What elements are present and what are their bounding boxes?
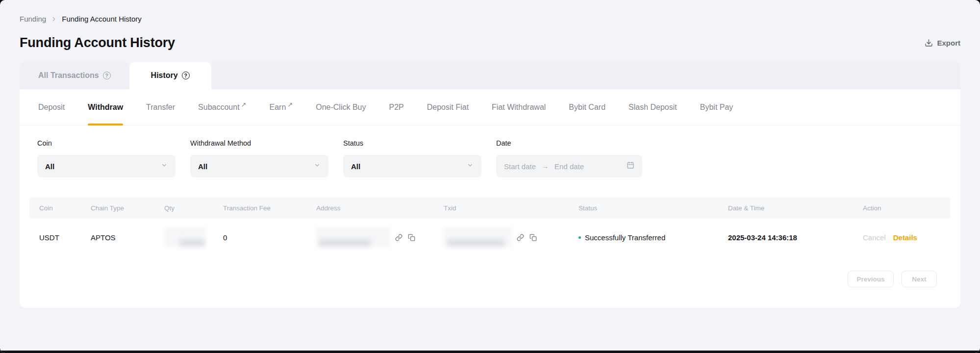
status-select-value: All xyxy=(351,162,360,171)
pagination: Previous Next xyxy=(20,271,937,287)
download-icon xyxy=(925,39,933,47)
subtab-deposit[interactable]: Deposit xyxy=(38,89,65,125)
breadcrumb-current: Funding Account History xyxy=(62,15,142,23)
status-text: Successfully Transferred xyxy=(585,233,665,242)
coin-select[interactable]: All xyxy=(37,155,176,177)
txid-explorer-link-icon[interactable] xyxy=(517,234,524,241)
address-explorer-link-icon[interactable] xyxy=(395,234,402,241)
export-button[interactable]: Export xyxy=(925,39,960,47)
col-header-qty: Qty xyxy=(164,204,223,212)
subtab-label: Deposit xyxy=(38,103,65,112)
subtab-bybit-pay[interactable]: Bybit Pay xyxy=(700,89,733,125)
subtab-label: Fiat Withdrawal xyxy=(492,103,546,112)
cell-coin: USDT xyxy=(39,233,91,242)
col-header-status: Status xyxy=(578,204,728,212)
tab-history[interactable]: History ? xyxy=(129,62,211,89)
cell-date-time: 2025-03-24 14:36:18 xyxy=(728,233,863,242)
calendar-icon xyxy=(627,161,634,171)
help-icon[interactable]: ? xyxy=(182,72,190,79)
cell-address xyxy=(316,227,444,248)
export-label: Export xyxy=(937,39,960,47)
status-green-dot xyxy=(578,236,581,239)
table-header-row: Coin Chain Type Qty Transaction Fee Addr… xyxy=(29,197,951,219)
cell-qty xyxy=(164,227,223,248)
top-tabs: All Transactions ? History ? xyxy=(20,62,960,89)
chevron-down-icon xyxy=(314,162,321,171)
subtab-label: Earn xyxy=(270,103,286,112)
history-card: Deposit Withdraw Transfer Subaccount↗ Ea… xyxy=(20,89,960,308)
funding-account-history-screen: Funding Funding Account History Funding … xyxy=(0,0,980,353)
col-header-coin: Coin xyxy=(39,204,91,212)
subtab-label: Subaccount xyxy=(198,103,240,112)
subtab-label: Withdraw xyxy=(88,103,123,112)
txid-redacted-blur xyxy=(444,227,511,248)
date-filter-label: Date xyxy=(496,139,642,147)
coin-filter-label: Coin xyxy=(37,139,176,147)
tab-history-label: History xyxy=(151,71,178,80)
cell-txid xyxy=(444,227,578,248)
withdraw-history-table: Coin Chain Type Qty Transaction Fee Addr… xyxy=(29,197,951,256)
cell-action: Cancel Details xyxy=(863,233,941,242)
details-action[interactable]: Details xyxy=(893,233,917,242)
next-page-button[interactable]: Next xyxy=(902,271,937,287)
col-header-action: Action xyxy=(863,204,941,212)
history-subtabs: Deposit Withdraw Transfer Subaccount↗ Ea… xyxy=(20,89,960,126)
address-redacted-blur xyxy=(316,227,390,248)
cell-status: Successfully Transferred xyxy=(578,233,728,242)
chevron-down-icon xyxy=(467,162,474,171)
tabs-strip-filler xyxy=(211,62,960,89)
address-copy-icon[interactable] xyxy=(408,234,415,241)
qty-redacted-blur xyxy=(164,227,205,248)
status-filter-label: Status xyxy=(343,139,481,147)
end-date-placeholder: End date xyxy=(554,162,584,171)
withdrawal-method-filter-label: Withdrawal Method xyxy=(190,139,328,147)
coin-select-value: All xyxy=(45,162,54,171)
chevron-down-icon xyxy=(161,162,168,171)
breadcrumb: Funding Funding Account History xyxy=(20,15,960,23)
subtab-earn[interactable]: Earn↗ xyxy=(270,89,293,125)
subtab-label: Deposit Fiat xyxy=(427,103,469,112)
subtab-p2p[interactable]: P2P xyxy=(389,89,403,125)
col-header-address: Address xyxy=(316,204,444,212)
previous-page-button[interactable]: Previous xyxy=(848,271,894,287)
col-header-transaction-fee: Transaction Fee xyxy=(223,204,316,212)
date-range-arrow-icon: → xyxy=(542,162,549,170)
subtab-slash-deposit[interactable]: Slash Deposit xyxy=(628,89,677,125)
tab-all-transactions-label: All Transactions xyxy=(38,71,99,80)
bottom-edge-bar xyxy=(0,351,980,353)
tab-all-transactions[interactable]: All Transactions ? xyxy=(20,62,129,89)
help-icon[interactable]: ? xyxy=(103,72,111,79)
cell-chain-type: APTOS xyxy=(91,233,164,242)
subtab-transfer[interactable]: Transfer xyxy=(146,89,175,125)
subtab-withdraw[interactable]: Withdraw xyxy=(88,89,123,125)
col-header-date-time: Date & Time xyxy=(728,204,863,212)
subtab-one-click-buy[interactable]: One-Click Buy xyxy=(316,89,366,125)
cancel-action[interactable]: Cancel xyxy=(863,233,886,242)
subtab-label: Transfer xyxy=(146,103,175,112)
external-link-icon: ↗ xyxy=(287,101,293,108)
subtab-label: Slash Deposit xyxy=(628,103,677,112)
filters-row: Coin All Withdrawal Method All Status xyxy=(20,126,960,177)
subtab-label: One-Click Buy xyxy=(316,103,366,112)
chevron-right-icon xyxy=(50,16,57,23)
withdrawal-method-select[interactable]: All xyxy=(190,155,328,177)
subtab-label: P2P xyxy=(389,103,403,112)
status-select[interactable]: All xyxy=(343,155,481,177)
subtab-label: Bybit Card xyxy=(569,103,605,112)
external-link-icon: ↗ xyxy=(241,101,247,108)
withdrawal-method-select-value: All xyxy=(198,162,207,171)
breadcrumb-funding-link[interactable]: Funding xyxy=(20,15,46,23)
cell-transaction-fee: 0 xyxy=(223,233,316,242)
subtab-fiat-withdrawal[interactable]: Fiat Withdrawal xyxy=(492,89,546,125)
table-row: USDT APTOS 0 xyxy=(29,219,951,256)
subtab-subaccount[interactable]: Subaccount↗ xyxy=(198,89,246,125)
col-header-txid: Txid xyxy=(444,204,578,212)
start-date-placeholder: Start date xyxy=(504,162,536,171)
col-header-chain-type: Chain Type xyxy=(91,204,164,212)
subtab-bybit-card[interactable]: Bybit Card xyxy=(569,89,605,125)
txid-copy-icon[interactable] xyxy=(529,234,537,241)
date-range-picker[interactable]: Start date → End date xyxy=(496,155,642,177)
subtab-label: Bybit Pay xyxy=(700,103,733,112)
subtab-deposit-fiat[interactable]: Deposit Fiat xyxy=(427,89,469,125)
page-title: Funding Account History xyxy=(20,35,175,50)
